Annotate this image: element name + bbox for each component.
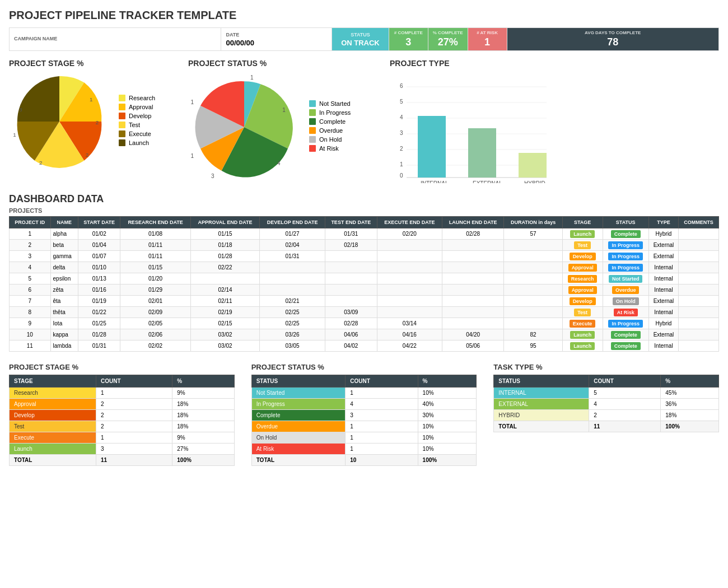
cell-duration: 57 bbox=[504, 228, 562, 240]
cell-test bbox=[325, 284, 377, 296]
svg-rect-27 bbox=[468, 128, 496, 178]
list-item: Test 2 18% bbox=[10, 421, 235, 432]
cell-approval: 02/19 bbox=[190, 307, 260, 318]
cell-type: Internal bbox=[648, 262, 678, 273]
cell-id: 6 bbox=[10, 284, 51, 296]
cell-type: External bbox=[648, 296, 678, 307]
cell-type: Internal bbox=[648, 284, 678, 296]
cell-id: 3 bbox=[10, 251, 51, 262]
cell-launch bbox=[442, 284, 504, 296]
cell-id: 9 bbox=[10, 318, 51, 329]
cell-test: 03/09 bbox=[325, 307, 377, 318]
stage-pie-area: 1 2 2 2 1 3 Research Approval Develop Te… bbox=[9, 71, 177, 172]
table-row: 6 zêta 01/16 01/29 02/14 Approval Overdu… bbox=[10, 284, 719, 296]
cell-id: 8 bbox=[10, 307, 51, 318]
svg-text:HYBRID: HYBRID bbox=[524, 180, 545, 183]
cell-name: beta bbox=[50, 240, 78, 251]
col-approval: APPROVAL END DATE bbox=[190, 217, 260, 228]
list-item: Develop 2 18% bbox=[10, 410, 235, 421]
date-value: 00/00/00 bbox=[226, 39, 327, 47]
cell-stage: Launch bbox=[562, 329, 603, 340]
stage-pie-svg: 1 2 2 2 1 3 bbox=[9, 71, 110, 172]
cell-stage: Develop bbox=[562, 296, 603, 307]
cell-develop: 03/05 bbox=[260, 340, 325, 352]
cell-start: 01/28 bbox=[78, 329, 120, 340]
pct-cell: 10% bbox=[418, 432, 477, 444]
status-cell: Not Started bbox=[251, 388, 346, 399]
cell-research: 02/09 bbox=[120, 307, 190, 318]
pct-complete-value: 27% bbox=[438, 36, 458, 48]
cell-comments bbox=[679, 262, 719, 273]
list-item: On Hold 1 10% bbox=[251, 432, 477, 444]
cell-develop bbox=[260, 262, 325, 273]
cell-launch bbox=[442, 307, 504, 318]
count-cell: 1 bbox=[346, 444, 418, 455]
pct-complete-cell: % COMPLETE 27% bbox=[428, 28, 468, 50]
cell-id: 4 bbox=[10, 262, 51, 273]
cell-research: 01/29 bbox=[120, 284, 190, 296]
cell-comments bbox=[679, 228, 719, 240]
cell-launch bbox=[442, 240, 504, 251]
status-legend: Not Started In Progress Complete Overdue… bbox=[309, 100, 351, 154]
pct-complete-label: % COMPLETE bbox=[433, 30, 463, 35]
cell-status: Complete bbox=[603, 329, 648, 340]
cell-execute: 04/16 bbox=[377, 329, 442, 340]
stage-cell: Launch bbox=[10, 444, 96, 455]
list-item: Launch 3 27% bbox=[10, 444, 235, 455]
bottom-tables: PROJECT STAGE % STAGE COUNT % Research 1… bbox=[9, 363, 719, 466]
svg-text:4: 4 bbox=[277, 160, 281, 166]
status-table-section: PROJECT STATUS % STATUS COUNT % Not Star… bbox=[251, 363, 477, 466]
cell-test: 02/28 bbox=[325, 318, 377, 329]
col-develop: DEVELOP END DATE bbox=[260, 217, 325, 228]
cell-comments bbox=[679, 329, 719, 340]
stage-chart-container: PROJECT STAGE % 1 2 2 bbox=[9, 59, 177, 184]
cell-execute: 02/20 bbox=[377, 228, 442, 240]
cell-test: 01/31 bbox=[325, 228, 377, 240]
cell-type: External bbox=[648, 329, 678, 340]
table-row: 9 Iota 01/25 02/05 02/15 02/25 02/28 03/… bbox=[10, 318, 719, 329]
cell-start: 01/10 bbox=[78, 262, 120, 273]
cell-execute bbox=[377, 296, 442, 307]
list-item: Execute 1 9% bbox=[10, 432, 235, 444]
col-id: PROJECT ID bbox=[10, 217, 51, 228]
cell-type: Internal bbox=[648, 307, 678, 318]
cell-id: 7 bbox=[10, 296, 51, 307]
cell-name: alpha bbox=[50, 228, 78, 240]
count-cell: 3 bbox=[346, 410, 418, 421]
cell-launch: 02/28 bbox=[442, 228, 504, 240]
cell-start: 01/31 bbox=[78, 340, 120, 352]
cell-develop: 02/04 bbox=[260, 240, 325, 251]
count-cell: 2 bbox=[589, 410, 661, 421]
pct-cell: 10% bbox=[418, 388, 477, 399]
campaign-cell: CAMPAIGN NAME bbox=[10, 28, 221, 50]
stage-cell: Approval bbox=[10, 399, 96, 410]
cell-start: 01/22 bbox=[78, 307, 120, 318]
svg-text:3: 3 bbox=[19, 106, 22, 113]
count-cell: 1 bbox=[96, 432, 172, 444]
cell-approval: 03/02 bbox=[190, 340, 260, 352]
type-cell: INTERNAL bbox=[494, 388, 589, 399]
complete-label: # COMPLETE bbox=[394, 30, 423, 35]
task-table-section: TASK TYPE % STATUS COUNT % INTERNAL 5 45… bbox=[493, 363, 719, 466]
cell-status: Complete bbox=[603, 340, 648, 352]
pct-cell: 40% bbox=[418, 399, 477, 410]
complete-cell: # COMPLETE 3 bbox=[389, 28, 428, 50]
cell-research: 01/11 bbox=[120, 251, 190, 262]
cell-approval: 02/14 bbox=[190, 284, 260, 296]
status-table-title: PROJECT STATUS % bbox=[251, 363, 477, 371]
status-chart-container: PROJECT STATUS % 1 1 4 3 1 bbox=[188, 59, 379, 184]
cell-type: External bbox=[648, 240, 678, 251]
list-item: At Risk 1 10% bbox=[251, 444, 477, 455]
status-cell: Complete bbox=[251, 410, 346, 421]
date-label: DATE bbox=[226, 32, 327, 38]
cell-type: External bbox=[648, 251, 678, 262]
cell-start: 01/07 bbox=[78, 251, 120, 262]
cell-status: Complete bbox=[603, 228, 648, 240]
cell-test bbox=[325, 296, 377, 307]
cell-approval: 03/02 bbox=[190, 329, 260, 340]
cell-stage: Develop bbox=[562, 251, 603, 262]
cell-duration bbox=[504, 284, 562, 296]
cell-name: zêta bbox=[50, 284, 78, 296]
cell-comments bbox=[679, 284, 719, 296]
count-cell: 1 bbox=[346, 388, 418, 399]
